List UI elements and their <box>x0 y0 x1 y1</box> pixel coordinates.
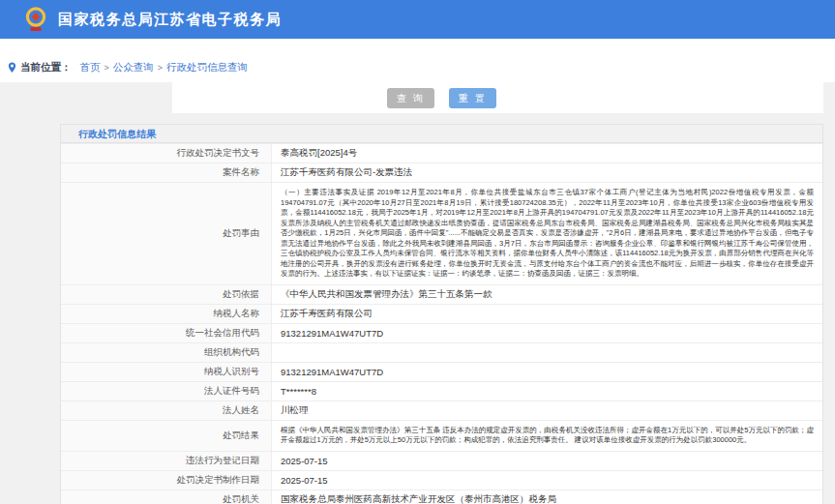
table-row-decision-no: 行政处罚决定书文号 泰高税罚[2025]4号 <box>61 143 822 163</box>
table-row-authority: 处罚机关 国家税务总局泰州医药高新技术产业开发区（泰州市高港区）税务局 <box>61 489 822 504</box>
row-label: 纳税人名称 <box>61 305 272 323</box>
breadcrumb-label: 当前位置： <box>20 61 72 74</box>
row-value: T*******8 <box>272 382 822 400</box>
row-value: 江苏千寿医药有限公司-发票违法 <box>272 163 822 182</box>
panel-title: 行政处罚信息结果 <box>61 125 822 143</box>
row-label: 处罚依据 <box>61 285 272 304</box>
breadcrumb-separator: > <box>104 63 109 73</box>
table-row-penalty-reason: 处罚事由 （一）主要违法事实及证据 2019年12月至2021年8月，你单位共接… <box>61 182 822 284</box>
table-row-case-name: 案件名称 江苏千寿医药有限公司-发票违法 <box>61 163 822 182</box>
breadcrumb-link-public-query[interactable]: 公众查询 <box>113 61 154 74</box>
reset-button[interactable]: 重 置 <box>449 88 496 108</box>
table-row-decision-date: 处罚决定书制作日期 2025-07-15 <box>61 470 822 489</box>
row-value: 国家税务总局泰州医药高新技术产业开发区（泰州市高港区）税务局 <box>272 490 822 504</box>
table-row-violation-reg-date: 违法行为登记日期 2025-07-15 <box>61 451 822 470</box>
breadcrumb-link-home[interactable]: 首页 <box>80 61 101 74</box>
row-value: 2025-07-15 <box>272 452 822 470</box>
app-title: 国家税务总局江苏省电子税务局 <box>58 11 282 29</box>
row-label: 违法行为登记日期 <box>61 452 272 470</box>
button-strip: 查 询 重 置 <box>60 86 823 109</box>
row-value: 《中华人民共和国发票管理办法》第三十五条第一款 <box>272 285 822 304</box>
table-row-legal-person-id: 法人证件号码 T*******8 <box>61 381 822 400</box>
penalty-result-text: 根据《中华人民共和国发票管理办法》第三十五条 违反本办法的规定虚开发票的，由税务… <box>281 426 814 446</box>
row-label: 处罚结果 <box>61 421 272 451</box>
table-row-org-code: 组织机构代码 <box>61 342 822 362</box>
row-value: 根据《中华人民共和国发票管理办法》第三十五条 违反本办法的规定虚开发票的，由税务… <box>272 421 822 451</box>
row-value: 2025-07-15 <box>272 471 822 489</box>
row-value: 川松理 <box>272 401 822 420</box>
row-label: 处罚事由 <box>61 183 272 284</box>
row-value: （一）主要违法事实及证据 2019年12月至2021年8月，你单位共接受盐城东台… <box>272 183 822 284</box>
breadcrumb: 当前位置： 首页 > 公众查询 > 行政处罚信息查询 <box>8 61 251 74</box>
table-row-credit-code: 统一社会信用代码 91321291MA1W47UT7D <box>61 323 822 342</box>
table-row-taxpayer-name: 纳税人名称 江苏千寿医药有限公司 <box>61 304 822 323</box>
row-label: 法人证件号码 <box>61 382 272 400</box>
row-value <box>272 343 822 362</box>
app-header: 国家税务总局江苏省电子税务局 <box>0 0 835 39</box>
row-value: 91321291MA1W47UT7D <box>272 324 822 342</box>
breadcrumb-separator: > <box>158 63 163 73</box>
table-row-penalty-result: 处罚结果 根据《中华人民共和国发票管理办法》第三十五条 违反本办法的规定虚开发票… <box>61 420 822 451</box>
row-value: 泰高税罚[2025]4号 <box>272 144 822 163</box>
table-row-penalty-basis: 处罚依据 《中华人民共和国发票管理办法》第三十五条第一款 <box>61 284 822 304</box>
row-value: 91321291MA1W47UT7D <box>272 363 822 381</box>
breadcrumb-link-penalty-query[interactable]: 行政处罚信息查询 <box>166 61 248 74</box>
query-button[interactable]: 查 询 <box>387 88 434 108</box>
row-label: 法人姓名 <box>61 401 272 420</box>
result-panel: 行政处罚信息结果 行政处罚决定书文号 泰高税罚[2025]4号 案件名称 江苏千… <box>60 124 823 504</box>
row-label: 处罚机关 <box>61 490 272 504</box>
location-pin-icon <box>8 62 16 74</box>
penalty-reason-text: （一）主要违法事实及证据 2019年12月至2021年8月，你单位共接受盐城东台… <box>281 188 814 280</box>
row-value: 江苏千寿医药有限公司 <box>272 305 822 323</box>
tax-emblem-icon <box>23 6 48 33</box>
row-label: 组织机构代码 <box>61 343 272 362</box>
row-label: 行政处罚决定书文号 <box>61 144 272 163</box>
subheader-band: 当前位置： 首页 > 公众查询 > 行政处罚信息查询 <box>0 39 835 82</box>
row-label: 统一社会信用代码 <box>61 324 272 342</box>
row-label: 纳税人识别号 <box>61 363 272 381</box>
table-row-legal-person-name: 法人姓名 川松理 <box>61 400 822 420</box>
page: 国家税务总局江苏省电子税务局 当前位置： 首页 > 公众查询 > 行政处罚信息查… <box>0 0 835 504</box>
table-row-taxpayer-id: 纳税人识别号 91321291MA1W47UT7D <box>61 362 822 381</box>
row-label: 处罚决定书制作日期 <box>61 471 272 489</box>
row-label: 案件名称 <box>61 163 272 182</box>
